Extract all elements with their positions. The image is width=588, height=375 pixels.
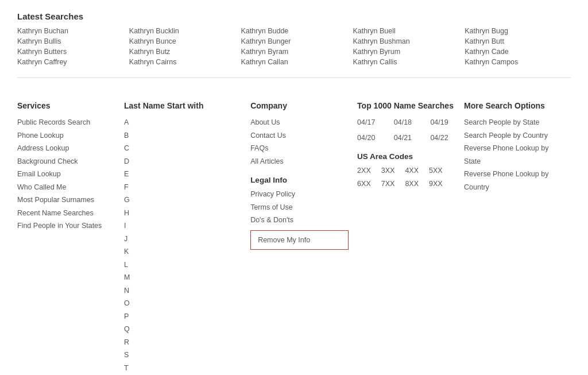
lastname-letter-link[interactable]: P [124,310,239,323]
area-codes: 2XX3XX4XX5XX6XX7XX8XX9XX [357,164,455,190]
latest-search-link[interactable]: Kathryn Callan [241,58,347,66]
area-code-link[interactable]: 6XX [357,177,371,191]
lastname-letter-link[interactable]: A [124,116,239,129]
lastname-letter-link[interactable]: K [124,245,239,258]
latest-searches-section: Latest Searches Kathryn BuchanKathryn Bu… [17,11,571,78]
company-link[interactable]: All Articles [250,155,349,168]
lastname-letter-link[interactable]: C [124,142,239,155]
company-title: Company [250,101,349,110]
company-link[interactable]: FAQs [250,142,349,155]
latest-search-link[interactable]: Kathryn Bunger [241,37,347,45]
company-link[interactable]: About Us [250,116,349,129]
more-search-links: Search People by StateSearch People by C… [464,116,562,194]
service-link[interactable]: Address Lookup [17,142,115,155]
top1000-title: Top 1000 Name Searches [357,101,455,110]
lastname-letter-link[interactable]: M [124,271,239,284]
lastname-letter-link[interactable]: G [124,194,239,207]
latest-searches-grid: Kathryn BuchanKathryn BucklinKathryn Bud… [17,27,571,66]
latest-search-link[interactable]: Kathryn Campos [465,58,571,66]
lastname-letter-link[interactable]: R [124,336,239,349]
area-code-link[interactable]: 9XX [429,177,443,191]
latest-searches-title: Latest Searches [17,11,571,21]
lastname-letter-link[interactable]: I [124,219,239,233]
service-link[interactable]: Email Lookup [17,168,115,181]
area-code-link[interactable]: 7XX [381,177,395,191]
legal-link[interactable]: Terms of Use [250,201,349,214]
latest-search-link[interactable]: Kathryn Buchan [17,27,123,35]
lastname-letter-link[interactable]: T [124,362,239,375]
service-link[interactable]: Background Check [17,155,115,168]
company-link[interactable]: Contact Us [250,129,349,142]
service-link[interactable]: Find People in Your States [17,219,115,233]
area-code-link[interactable]: 4XX [405,164,419,177]
latest-search-link[interactable]: Kathryn Cade [465,48,571,56]
lastname-title: Last Name Start with [124,101,242,110]
latest-search-link[interactable]: Kathryn Bucklin [129,27,235,35]
lastname-letter-link[interactable]: H [124,207,239,220]
lastname-letter-link[interactable]: D [124,155,239,168]
lastname-letter-link[interactable]: Q [124,323,239,336]
lastname-alpha: ABCDEFGHIJKLMNOPQRSTUVWXYZ [124,116,242,375]
more-search-link[interactable]: Reverse Phone Lookup by Country [464,168,562,194]
legal-links: Privacy PolicyTerms of UseDo's & Don'ts [250,188,349,227]
area-code-link[interactable]: 5XX [429,164,443,177]
legal-info-title: Legal Info [250,176,349,184]
lastname-letter-link[interactable]: N [124,284,239,297]
service-link[interactable]: Recent Name Searches [17,207,115,220]
top-date-link[interactable]: 04/21 [394,132,419,145]
page-wrapper: Latest Searches Kathryn BuchanKathryn Bu… [0,0,588,375]
service-link[interactable]: Who Called Me [17,181,115,194]
service-link[interactable]: Phone Lookup [17,129,115,142]
latest-search-link[interactable]: Kathryn Butz [129,48,235,56]
latest-search-link[interactable]: Kathryn Butters [17,48,123,56]
latest-search-link[interactable]: Kathryn Bushman [353,37,459,45]
services-title: Services [17,101,115,110]
lastname-letter-link[interactable]: E [124,168,239,181]
lastname-letter-link[interactable]: B [124,129,239,142]
area-code-link[interactable]: 2XX [357,164,371,177]
lastname-letter-link[interactable]: S [124,349,239,362]
company-links: About UsContact UsFAQsAll Articles [250,116,349,168]
services-col: Services Public Records SearchPhone Look… [17,101,124,375]
more-search-link[interactable]: Search People by Country [464,129,562,142]
services-links: Public Records SearchPhone LookupAddress… [17,116,115,233]
service-link[interactable]: Public Records Search [17,116,115,129]
remove-my-info-button[interactable]: Remove My Info [250,230,349,250]
latest-search-link[interactable]: Kathryn Callis [353,58,459,66]
lastname-letter-link[interactable]: O [124,297,239,310]
top1000-col: Top 1000 Name Searches 04/1704/1804/1904… [357,101,464,375]
footer-columns: Services Public Records SearchPhone Look… [17,90,571,375]
latest-search-link[interactable]: Kathryn Butt [465,37,571,45]
latest-search-link[interactable]: Kathryn Caffrey [17,58,123,66]
more-search-title: More Search Options [464,101,562,110]
area-code-link[interactable]: 3XX [381,164,395,177]
latest-search-link[interactable]: Kathryn Budde [241,27,347,35]
latest-search-link[interactable]: Kathryn Byrum [353,48,459,56]
latest-search-link[interactable]: Kathryn Buell [353,27,459,35]
top-dates: 04/1704/1804/1904/2004/2104/22 [357,116,455,144]
area-codes-title: US Area Codes [357,152,455,161]
service-link[interactable]: Most Popular Surnames [17,194,115,207]
lastname-letter-link[interactable]: L [124,258,239,272]
more-search-link[interactable]: Reverse Phone Lookup by State [464,142,562,168]
top-date-link[interactable]: 04/17 [357,116,382,129]
company-col: Company About UsContact UsFAQsAll Articl… [250,101,357,375]
latest-search-link[interactable]: Kathryn Bunce [129,37,235,45]
legal-link[interactable]: Do's & Don'ts [250,214,349,227]
latest-search-link[interactable]: Kathryn Bugg [465,27,571,35]
latest-search-link[interactable]: Kathryn Cairns [129,58,235,66]
legal-link[interactable]: Privacy Policy [250,188,349,201]
latest-search-link[interactable]: Kathryn Bullis [17,37,123,45]
lastname-letter-link[interactable]: F [124,181,239,194]
lastname-col: Last Name Start with ABCDEFGHIJKLMNOPQRS… [124,101,250,375]
top-date-link[interactable]: 04/20 [357,132,382,145]
lastname-letter-link[interactable]: J [124,233,239,246]
top-date-link[interactable]: 04/19 [430,116,455,129]
top-date-link[interactable]: 04/18 [394,116,419,129]
top-date-link[interactable]: 04/22 [430,132,455,145]
more-search-col: More Search Options Search People by Sta… [464,101,571,375]
more-search-link[interactable]: Search People by State [464,116,562,129]
area-code-link[interactable]: 8XX [405,177,419,191]
latest-search-link[interactable]: Kathryn Byram [241,48,347,56]
